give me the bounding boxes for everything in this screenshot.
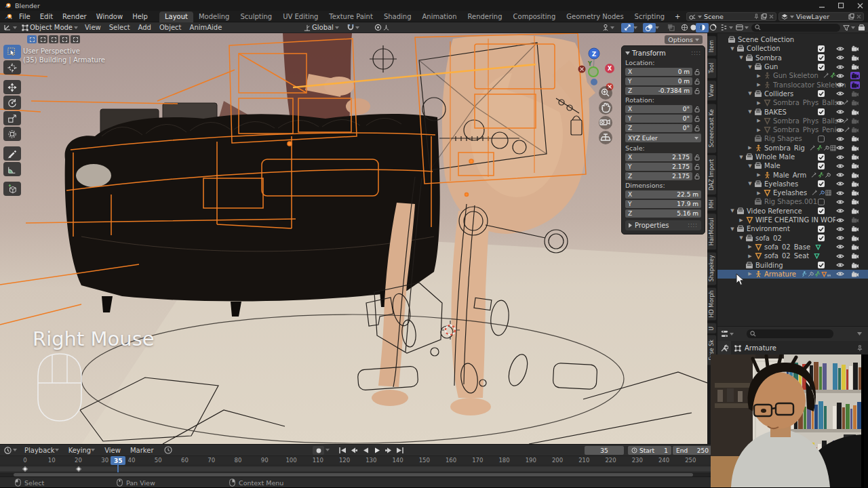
hide-in-viewport-toggle[interactable] xyxy=(835,99,845,107)
viewport-menu-add[interactable]: Add xyxy=(134,22,155,33)
disclosure-arrow[interactable]: ▶ xyxy=(747,244,753,249)
outliner-row-whole-male[interactable]: ▼Whole Male xyxy=(717,152,868,161)
hide-in-viewport-toggle[interactable] xyxy=(835,144,845,152)
menu-file[interactable]: File xyxy=(14,12,35,22)
menu-edit[interactable]: Edit xyxy=(35,12,58,22)
lock-icon[interactable] xyxy=(692,163,701,170)
hide-in-viewport-toggle[interactable] xyxy=(835,117,845,125)
outliner-row-collection[interactable]: ▼Collection xyxy=(717,44,868,53)
hide-in-viewport-toggle[interactable] xyxy=(835,189,845,197)
select-box-tool[interactable] xyxy=(3,45,21,59)
pivot-point-dropdown[interactable] xyxy=(599,23,617,33)
disable-in-renders-toggle[interactable] xyxy=(850,45,860,52)
disclosure-arrow[interactable]: ▼ xyxy=(747,64,753,70)
lock-icon[interactable] xyxy=(692,87,701,94)
disable-in-renders-toggle[interactable] xyxy=(850,99,860,106)
outliner-search-input[interactable] xyxy=(751,24,840,32)
hide-in-viewport-toggle[interactable] xyxy=(835,89,845,98)
editor-type-icon[interactable] xyxy=(3,24,17,31)
rotate-tool[interactable] xyxy=(3,96,21,110)
disclosure-arrow[interactable]: ▼ xyxy=(738,235,745,241)
disable-in-renders-toggle[interactable] xyxy=(850,144,860,152)
disclosure-arrow[interactable]: ▼ xyxy=(738,155,745,160)
disable-in-renders-toggle[interactable] xyxy=(850,262,860,269)
sidebar-tab-daz-import[interactable]: DAZ Import xyxy=(707,155,717,195)
location-y-field[interactable]: Y0 m xyxy=(625,77,692,85)
timeline-editor-icon[interactable] xyxy=(4,447,17,454)
hide-in-viewport-toggle[interactable] xyxy=(835,198,845,206)
disclosure-arrow[interactable]: ▼ xyxy=(747,181,753,186)
pin-icon[interactable] xyxy=(856,345,863,352)
tab-scripting[interactable]: Scripting xyxy=(629,12,670,22)
disable-in-renders-toggle[interactable] xyxy=(850,72,860,79)
close-button[interactable] xyxy=(856,1,864,9)
disclosure-arrow[interactable]: ▶ xyxy=(755,172,762,178)
properties-options-caret[interactable] xyxy=(857,332,862,336)
menu-help[interactable]: Help xyxy=(127,12,153,22)
disable-in-renders-toggle[interactable] xyxy=(850,126,860,134)
hide-in-viewport-toggle[interactable] xyxy=(835,54,845,62)
disable-in-renders-toggle[interactable] xyxy=(850,180,860,188)
timeline-ruler[interactable]: 0102030405060708090100110120130140150160… xyxy=(0,456,717,466)
select-mode-invert[interactable] xyxy=(60,35,69,43)
hide-in-viewport-toggle[interactable] xyxy=(835,108,845,116)
disable-in-renders-toggle[interactable] xyxy=(850,153,860,161)
scale-z-field[interactable]: Z2.175 xyxy=(625,172,692,180)
disable-in-renders-toggle[interactable] xyxy=(850,63,860,70)
exclude-checkbox[interactable] xyxy=(816,90,826,97)
location-x-field[interactable]: X0 m xyxy=(625,68,692,76)
jump-to-end-button[interactable] xyxy=(395,446,405,454)
disable-in-renders-toggle[interactable] xyxy=(850,117,860,125)
disable-in-renders-toggle[interactable] xyxy=(850,135,860,142)
filter-dropdown[interactable] xyxy=(843,24,855,31)
scale-y-field[interactable]: Y2.175 xyxy=(625,163,692,171)
snap-toggle[interactable] xyxy=(344,23,362,33)
outliner-row-bakes[interactable]: ▼BAKES xyxy=(717,107,868,116)
add-cube-tool[interactable] xyxy=(3,182,21,196)
outliner-row-sombra[interactable]: ▼Sombra xyxy=(717,54,868,62)
prev-keyframe-button[interactable] xyxy=(349,446,359,454)
hide-in-viewport-toggle[interactable] xyxy=(835,135,845,143)
lock-icon[interactable] xyxy=(692,173,701,180)
disclosure-arrow[interactable]: ▶ xyxy=(747,253,753,259)
disclosure-arrow[interactable]: ▼ xyxy=(747,163,753,169)
outliner-row-gun[interactable]: ▼Gun xyxy=(717,62,868,71)
viewport-menu-object[interactable]: Object xyxy=(155,22,186,33)
current-frame-field[interactable]: 35 xyxy=(585,446,624,455)
tab-texture-paint[interactable]: Texture Paint xyxy=(323,12,378,22)
outliner-row-sombra-phys-penis[interactable]: ▶Sombra_Phys_Penis xyxy=(717,125,868,134)
exclude-checkbox[interactable] xyxy=(816,45,826,52)
exclude-checkbox[interactable] xyxy=(816,154,826,161)
sidebar-tab-tool[interactable]: Tool xyxy=(707,58,717,79)
outliner-row-gun-skeleton[interactable]: ▶Gun Skeleton xyxy=(717,71,868,80)
orientation-dropdown[interactable]: Global xyxy=(301,23,342,33)
panel-drag-handle[interactable]: :::: xyxy=(691,50,701,56)
sidebar-tab-hairmodul[interactable]: HairModul xyxy=(707,213,717,250)
hide-in-viewport-toggle[interactable] xyxy=(835,252,845,260)
exclude-checkbox[interactable] xyxy=(816,235,826,241)
disable-in-renders-toggle[interactable] xyxy=(850,225,860,232)
add-workspace-button[interactable]: + xyxy=(670,12,685,22)
tab-modeling[interactable]: Modeling xyxy=(193,12,235,22)
options-button[interactable]: Options xyxy=(665,35,703,44)
play-button[interactable] xyxy=(372,446,382,454)
timeline-menu-view[interactable]: View xyxy=(100,445,125,455)
hide-in-viewport-toggle[interactable] xyxy=(835,225,845,233)
disable-in-renders-toggle[interactable] xyxy=(850,189,860,197)
exclude-checkbox[interactable] xyxy=(816,64,826,70)
hide-in-viewport-toggle[interactable] xyxy=(835,171,845,179)
overlays-toggle[interactable] xyxy=(643,23,656,33)
disclosure-arrow[interactable]: ▶ xyxy=(755,190,762,196)
sidebar-tab-screencast-ke[interactable]: Screencast Ke xyxy=(707,103,717,153)
xray-toggle[interactable] xyxy=(665,23,677,33)
exclude-checkbox[interactable] xyxy=(816,262,826,268)
disclosure-arrow[interactable]: ▶ xyxy=(755,118,762,123)
outliner-row-video-reference[interactable]: ▼Video Reference xyxy=(717,207,868,216)
outliner-row-environment[interactable]: ▼Environment xyxy=(717,224,868,233)
select-mode-set[interactable] xyxy=(27,35,37,43)
scale-x-field[interactable]: X2.175 xyxy=(625,153,692,161)
hide-in-viewport-toggle[interactable] xyxy=(835,45,845,53)
properties-search-input[interactable] xyxy=(747,329,833,338)
lock-icon[interactable] xyxy=(692,68,701,75)
tab-uv-editing[interactable]: UV Editing xyxy=(277,12,323,22)
